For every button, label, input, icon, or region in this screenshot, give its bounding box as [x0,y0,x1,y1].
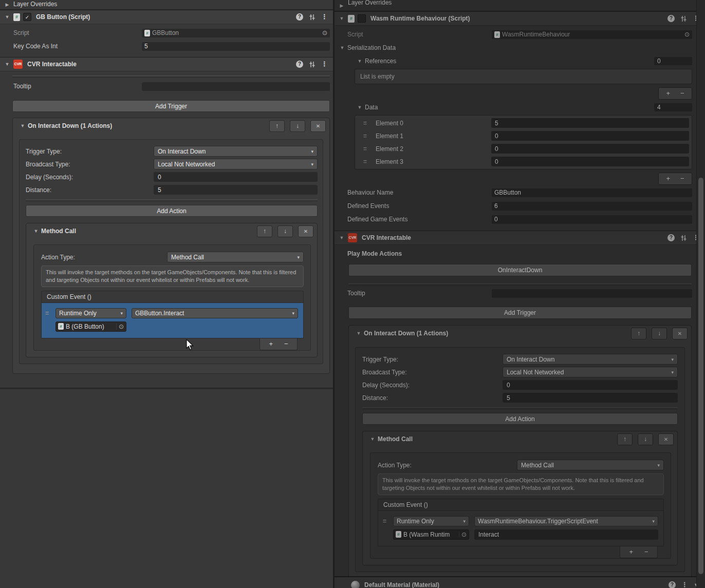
add-event-button[interactable]: + [629,548,633,556]
broadcast-type-dropdown[interactable]: Local Not Networked ▾ [503,367,678,377]
foldout-open-icon[interactable]: ▼ [339,235,345,240]
move-down-button[interactable]: ↓ [277,225,293,237]
remove-event-button[interactable]: − [284,340,288,348]
help-icon[interactable]: ? [296,61,303,68]
foldout-open-icon[interactable]: ▼ [356,331,362,336]
trigger-header[interactable]: ▼ On Interact Down (1 Actions) ↑ ↓ ✕ [349,326,691,339]
event-target-object-field[interactable]: # B (GB Button) ⊙ [55,321,126,332]
foldout-open-icon[interactable]: ▼ [4,62,10,67]
help-icon[interactable]: ? [296,13,303,21]
add-event-button[interactable]: + [269,340,273,348]
key-code-input[interactable]: 5 [142,42,330,51]
trigger-type-dropdown[interactable]: On Interact Down ▾ [154,146,318,157]
component-header-gb-button[interactable]: ▼ # ✓ GB Button (Script) ? ⋮ [0,10,333,24]
enabled-checkbox[interactable] [358,14,366,23]
layer-overrides-row[interactable]: ▶ Layer Overrides [335,0,705,11]
delete-trigger-button[interactable]: ✕ [310,120,326,132]
delete-trigger-button[interactable]: ✕ [672,328,688,339]
event-argument-input[interactable]: Interact [474,529,658,540]
component-header-cvr-interactable[interactable]: ▼ CVR CVR Interactable ? ⋮ [335,231,705,245]
presets-icon[interactable] [680,235,687,241]
remove-reference-button[interactable]: − [680,90,684,97]
foldout-open-icon[interactable]: ▼ [339,45,345,50]
add-reference-button[interactable]: + [666,90,670,97]
element-value-input[interactable]: 0 [491,157,689,166]
defined-game-events-input[interactable]: 0 [492,215,692,224]
tooltip-input[interactable] [492,289,692,298]
foldout-open-icon[interactable]: ▼ [357,59,363,64]
add-action-button[interactable]: Add Action [26,205,318,217]
references-count-input[interactable]: 0 [654,57,692,65]
action-type-dropdown[interactable]: Method Call ▾ [167,252,304,262]
event-list-item[interactable]: = Runtime Only ▾ GBButton.Interact ▾ [41,302,304,338]
list-item[interactable]: = Element 1 0 [355,129,692,142]
action-type-dropdown[interactable]: Method Call ▾ [517,460,664,470]
script-object-field[interactable]: # WasmRuntimeBehaviour ⊙ [492,30,692,39]
remove-element-button[interactable]: − [680,175,684,182]
add-trigger-button[interactable]: Add Trigger [12,100,330,112]
on-interact-down-button[interactable]: OnInteractDown [348,264,692,276]
behaviour-name-input[interactable]: GBButton [492,188,692,197]
move-down-button[interactable]: ↓ [638,433,653,445]
method-call-header[interactable]: ▼ Method Call ↑ ↓ ✕ [363,431,677,445]
distance-input[interactable]: 5 [503,393,678,403]
component-header-wasm-runtime[interactable]: ▼ # Wasm Runtime Behaviour (Script) ? ⋮ [335,11,705,26]
list-item[interactable]: = Element 3 0 [355,155,692,168]
enabled-checkbox[interactable]: ✓ [23,13,31,21]
add-trigger-button[interactable]: Add Trigger [348,307,692,319]
foldout-closed-icon[interactable]: ▶ [4,2,10,7]
move-up-button[interactable]: ↑ [269,120,285,132]
foldout-open-icon[interactable]: ▼ [339,16,345,21]
add-element-button[interactable]: + [666,175,670,182]
remove-event-button[interactable]: − [644,548,648,556]
scrollbar-thumb[interactable] [698,178,703,574]
data-row[interactable]: ▼ Data 4 [335,103,692,111]
event-method-dropdown[interactable]: GBButton.Interact ▾ [132,308,298,318]
kebab-menu-icon[interactable]: ⋮ [321,14,328,20]
move-up-button[interactable]: ↑ [257,225,272,237]
object-picker-icon[interactable]: ⊙ [684,31,690,37]
event-target-object-field[interactable]: # B (Wasm Runtim ⊙ [393,529,469,540]
material-footer-row[interactable]: Default Material (Material) ? ⋮ ▼ [335,576,705,588]
element-value-input[interactable]: 5 [491,118,689,128]
delete-action-button[interactable]: ✕ [658,433,674,445]
component-header-cvr-interactable[interactable]: ▼ CVR CVR Interactable ? ⋮ [0,57,333,71]
foldout-open-icon[interactable]: ▼ [4,14,10,20]
delete-action-button[interactable]: ✕ [298,225,313,237]
presets-icon[interactable] [680,15,687,22]
foldout-open-icon[interactable]: ▼ [33,229,39,234]
layer-overrides-row[interactable]: ▶ Layer Overrides [0,0,333,10]
delay-input[interactable]: 0 [503,380,678,390]
presets-icon[interactable] [309,14,316,21]
move-up-button[interactable]: ↑ [631,328,646,339]
object-picker-icon[interactable]: ⊙ [322,30,327,36]
object-picker-icon[interactable]: ⊙ [116,324,124,330]
tooltip-input[interactable] [142,82,330,91]
event-method-dropdown[interactable]: WasmRuntimeBehaviour.TriggerScriptEvent … [474,516,658,526]
foldout-open-icon[interactable]: ▼ [357,105,363,110]
references-row[interactable]: ▼ References 0 [335,56,692,65]
object-picker-icon[interactable]: ⊙ [459,532,467,538]
presets-icon[interactable] [309,61,316,68]
serialization-data-row[interactable]: ▼ Serialization Data [335,43,692,52]
foldout-open-icon[interactable]: ▼ [20,123,26,128]
trigger-header[interactable]: ▼ On Interact Down (1 Actions) ↑ ↓ ✕ [13,118,329,132]
method-call-header[interactable]: ▼ Method Call ↑ ↓ ✕ [26,223,317,237]
move-up-button[interactable]: ↑ [617,433,633,445]
kebab-menu-icon[interactable]: ⋮ [321,61,328,67]
element-value-input[interactable]: 0 [491,131,689,141]
help-icon[interactable]: ? [667,234,675,241]
move-down-button[interactable]: ↓ [652,328,667,339]
scrollbar-track[interactable] [696,0,705,588]
add-action-button[interactable]: Add Action [362,413,678,425]
distance-input[interactable]: 5 [154,185,318,195]
broadcast-type-dropdown[interactable]: Local Not Networked ▾ [154,159,318,169]
event-mode-dropdown[interactable]: Runtime Only ▾ [55,308,126,318]
list-item[interactable]: = Element 0 5 [355,117,692,129]
defined-events-input[interactable]: 6 [492,202,692,211]
script-object-field[interactable]: # GBButton ⊙ [142,29,330,37]
drag-handle-icon[interactable]: = [363,158,370,165]
element-value-input[interactable]: 0 [491,144,689,154]
move-down-button[interactable]: ↓ [290,120,305,132]
help-icon[interactable]: ? [669,581,676,588]
